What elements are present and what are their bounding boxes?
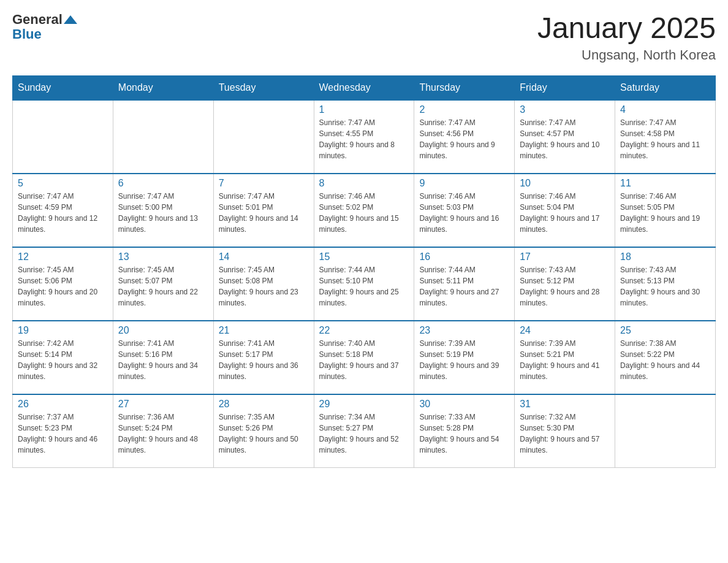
- day-number: 20: [118, 325, 208, 336]
- day-info: Sunrise: 7:32 AM Sunset: 5:30 PM Dayligh…: [520, 412, 610, 456]
- header-day-thursday: Thursday: [414, 75, 515, 100]
- day-number: 15: [319, 251, 409, 262]
- day-info: Sunrise: 7:41 AM Sunset: 5:16 PM Dayligh…: [118, 338, 208, 382]
- day-info: Sunrise: 7:39 AM Sunset: 5:19 PM Dayligh…: [419, 338, 509, 382]
- day-info: Sunrise: 7:44 AM Sunset: 5:11 PM Dayligh…: [419, 264, 509, 308]
- calendar-cell: 25Sunrise: 7:38 AM Sunset: 5:22 PM Dayli…: [615, 321, 716, 394]
- header-day-sunday: Sunday: [13, 75, 113, 100]
- day-info: Sunrise: 7:43 AM Sunset: 5:13 PM Dayligh…: [620, 264, 710, 308]
- svg-marker-0: [64, 15, 77, 24]
- calendar-cell: 26Sunrise: 7:37 AM Sunset: 5:23 PM Dayli…: [13, 394, 113, 468]
- calendar-cell: [113, 100, 213, 174]
- header-day-wednesday: Wednesday: [314, 75, 414, 100]
- day-number: 8: [319, 178, 409, 189]
- day-number: 29: [319, 399, 409, 410]
- day-number: 21: [219, 325, 309, 336]
- calendar-cell: 13Sunrise: 7:45 AM Sunset: 5:07 PM Dayli…: [113, 247, 213, 321]
- day-number: 3: [520, 104, 610, 115]
- day-info: Sunrise: 7:37 AM Sunset: 5:23 PM Dayligh…: [18, 412, 108, 456]
- day-info: Sunrise: 7:46 AM Sunset: 5:05 PM Dayligh…: [620, 191, 710, 235]
- calendar-cell: [213, 100, 314, 174]
- calendar-cell: 17Sunrise: 7:43 AM Sunset: 5:12 PM Dayli…: [515, 247, 615, 321]
- calendar-cell: 29Sunrise: 7:34 AM Sunset: 5:27 PM Dayli…: [314, 394, 414, 468]
- day-number: 12: [18, 251, 108, 262]
- day-info: Sunrise: 7:42 AM Sunset: 5:14 PM Dayligh…: [18, 338, 108, 382]
- day-number: 4: [620, 104, 710, 115]
- day-number: 7: [219, 178, 309, 189]
- calendar-cell: 10Sunrise: 7:46 AM Sunset: 5:04 PM Dayli…: [515, 174, 615, 247]
- day-number: 6: [118, 178, 208, 189]
- calendar-cell: 15Sunrise: 7:44 AM Sunset: 5:10 PM Dayli…: [314, 247, 414, 321]
- calendar-cell: 30Sunrise: 7:33 AM Sunset: 5:28 PM Dayli…: [414, 394, 515, 468]
- logo-blue-text: Blue: [12, 26, 42, 42]
- header-day-monday: Monday: [113, 75, 213, 100]
- header-day-tuesday: Tuesday: [213, 75, 314, 100]
- calendar-cell: 9Sunrise: 7:46 AM Sunset: 5:03 PM Daylig…: [414, 174, 515, 247]
- calendar-cell: 12Sunrise: 7:45 AM Sunset: 5:06 PM Dayli…: [13, 247, 113, 321]
- day-number: 17: [520, 251, 610, 262]
- day-number: 18: [620, 251, 710, 262]
- week-row-5: 26Sunrise: 7:37 AM Sunset: 5:23 PM Dayli…: [13, 394, 716, 468]
- day-info: Sunrise: 7:47 AM Sunset: 4:59 PM Dayligh…: [18, 191, 108, 235]
- logo-general-text: General: [12, 12, 63, 27]
- day-info: Sunrise: 7:33 AM Sunset: 5:28 PM Dayligh…: [419, 412, 509, 456]
- day-info: Sunrise: 7:47 AM Sunset: 4:55 PM Dayligh…: [319, 117, 409, 161]
- calendar-cell: 22Sunrise: 7:40 AM Sunset: 5:18 PM Dayli…: [314, 321, 414, 394]
- calendar-cell: 24Sunrise: 7:39 AM Sunset: 5:21 PM Dayli…: [515, 321, 615, 394]
- calendar-cell: 31Sunrise: 7:32 AM Sunset: 5:30 PM Dayli…: [515, 394, 615, 468]
- calendar-cell: 5Sunrise: 7:47 AM Sunset: 4:59 PM Daylig…: [13, 174, 113, 247]
- month-title: January 2025: [537, 12, 716, 45]
- calendar-cell: 11Sunrise: 7:46 AM Sunset: 5:05 PM Dayli…: [615, 174, 716, 247]
- day-number: 24: [520, 325, 610, 336]
- day-info: Sunrise: 7:46 AM Sunset: 5:04 PM Dayligh…: [520, 191, 610, 235]
- day-number: 14: [219, 251, 309, 262]
- calendar-header: SundayMondayTuesdayWednesdayThursdayFrid…: [13, 75, 716, 100]
- calendar-cell: 20Sunrise: 7:41 AM Sunset: 5:16 PM Dayli…: [113, 321, 213, 394]
- calendar-cell: 19Sunrise: 7:42 AM Sunset: 5:14 PM Dayli…: [13, 321, 113, 394]
- day-number: 23: [419, 325, 509, 336]
- day-info: Sunrise: 7:36 AM Sunset: 5:24 PM Dayligh…: [118, 412, 208, 456]
- logo: General Blue: [12, 12, 77, 42]
- header-day-saturday: Saturday: [615, 75, 716, 100]
- week-row-2: 5Sunrise: 7:47 AM Sunset: 4:59 PM Daylig…: [13, 174, 716, 247]
- calendar-body: 1Sunrise: 7:47 AM Sunset: 4:55 PM Daylig…: [13, 100, 716, 468]
- day-info: Sunrise: 7:47 AM Sunset: 4:58 PM Dayligh…: [620, 117, 710, 161]
- day-info: Sunrise: 7:39 AM Sunset: 5:21 PM Dayligh…: [520, 338, 610, 382]
- week-row-1: 1Sunrise: 7:47 AM Sunset: 4:55 PM Daylig…: [13, 100, 716, 174]
- calendar-cell: 7Sunrise: 7:47 AM Sunset: 5:01 PM Daylig…: [213, 174, 314, 247]
- day-info: Sunrise: 7:47 AM Sunset: 5:01 PM Dayligh…: [219, 191, 309, 235]
- day-number: 16: [419, 251, 509, 262]
- day-info: Sunrise: 7:47 AM Sunset: 4:57 PM Dayligh…: [520, 117, 610, 161]
- calendar-cell: 16Sunrise: 7:44 AM Sunset: 5:11 PM Dayli…: [414, 247, 515, 321]
- day-info: Sunrise: 7:45 AM Sunset: 5:08 PM Dayligh…: [219, 264, 309, 308]
- calendar-cell: 14Sunrise: 7:45 AM Sunset: 5:08 PM Dayli…: [213, 247, 314, 321]
- day-info: Sunrise: 7:34 AM Sunset: 5:27 PM Dayligh…: [319, 412, 409, 456]
- calendar-cell: 23Sunrise: 7:39 AM Sunset: 5:19 PM Dayli…: [414, 321, 515, 394]
- day-info: Sunrise: 7:41 AM Sunset: 5:17 PM Dayligh…: [219, 338, 309, 382]
- day-number: 28: [219, 399, 309, 410]
- day-info: Sunrise: 7:46 AM Sunset: 5:03 PM Dayligh…: [419, 191, 509, 235]
- day-number: 13: [118, 251, 208, 262]
- calendar-cell: 21Sunrise: 7:41 AM Sunset: 5:17 PM Dayli…: [213, 321, 314, 394]
- day-info: Sunrise: 7:45 AM Sunset: 5:06 PM Dayligh…: [18, 264, 108, 308]
- logo-triangle-icon: [64, 13, 77, 26]
- page-header: General Blue January 2025 Ungsang, North…: [12, 12, 716, 63]
- day-info: Sunrise: 7:35 AM Sunset: 5:26 PM Dayligh…: [219, 412, 309, 456]
- day-info: Sunrise: 7:40 AM Sunset: 5:18 PM Dayligh…: [319, 338, 409, 382]
- day-number: 2: [419, 104, 509, 115]
- day-number: 9: [419, 178, 509, 189]
- calendar-cell: 28Sunrise: 7:35 AM Sunset: 5:26 PM Dayli…: [213, 394, 314, 468]
- calendar-cell: 18Sunrise: 7:43 AM Sunset: 5:13 PM Dayli…: [615, 247, 716, 321]
- day-info: Sunrise: 7:46 AM Sunset: 5:02 PM Dayligh…: [319, 191, 409, 235]
- header-row: SundayMondayTuesdayWednesdayThursdayFrid…: [13, 75, 716, 100]
- day-info: Sunrise: 7:47 AM Sunset: 4:56 PM Dayligh…: [419, 117, 509, 161]
- calendar-cell: 3Sunrise: 7:47 AM Sunset: 4:57 PM Daylig…: [515, 100, 615, 174]
- day-number: 1: [319, 104, 409, 115]
- day-number: 31: [520, 399, 610, 410]
- calendar-cell: 8Sunrise: 7:46 AM Sunset: 5:02 PM Daylig…: [314, 174, 414, 247]
- day-number: 11: [620, 178, 710, 189]
- day-info: Sunrise: 7:47 AM Sunset: 5:00 PM Dayligh…: [118, 191, 208, 235]
- day-info: Sunrise: 7:45 AM Sunset: 5:07 PM Dayligh…: [118, 264, 208, 308]
- location-title: Ungsang, North Korea: [537, 47, 716, 63]
- calendar-cell: [13, 100, 113, 174]
